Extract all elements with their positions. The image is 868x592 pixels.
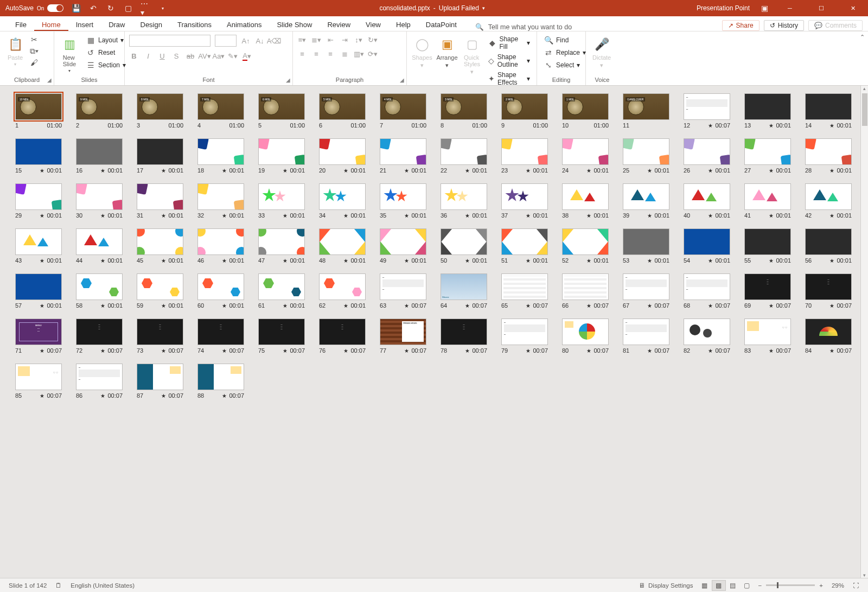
share-button[interactable]: ↗Share bbox=[722, 20, 760, 31]
tab-draw[interactable]: Draw bbox=[101, 18, 132, 31]
slide-thumbnail[interactable]: --------- bbox=[744, 273, 791, 300]
slide-cell[interactable]: 25★00:01 bbox=[623, 138, 669, 174]
slide-cell[interactable]: ▪▪▪▪▪▪67★00:07 bbox=[623, 273, 669, 309]
reading-view-button[interactable]: ▤ bbox=[726, 580, 740, 591]
slide-thumbnail[interactable] bbox=[805, 138, 852, 165]
slide-thumbnail[interactable]: ○ ○ bbox=[15, 364, 62, 390]
spacing-icon[interactable]: AV▾ bbox=[200, 51, 209, 61]
slide-thumbnail[interactable] bbox=[319, 183, 366, 210]
slide-cell[interactable]: 15★00:01 bbox=[15, 138, 62, 174]
slide-thumbnail[interactable]: 1 MIN bbox=[562, 93, 609, 120]
slide-thumbnail[interactable]: ○ ○ bbox=[744, 319, 791, 345]
grow-font-icon[interactable]: A↑ bbox=[241, 36, 251, 46]
slide-thumbnail[interactable] bbox=[319, 138, 366, 165]
tab-slide-show[interactable]: Slide Show bbox=[269, 18, 320, 31]
slide-cell[interactable]: 52★00:01 bbox=[562, 228, 609, 264]
slide-thumbnail[interactable] bbox=[137, 138, 183, 165]
tab-datapoint[interactable]: DataPoint bbox=[418, 18, 464, 31]
slide-thumbnail[interactable] bbox=[76, 138, 123, 165]
comments-button[interactable]: 💬Comments bbox=[808, 20, 863, 31]
redo-icon[interactable]: ↻ bbox=[106, 3, 116, 13]
slide-cell[interactable]: 60★00:01 bbox=[197, 273, 244, 309]
quick-styles-button[interactable]: ▢Quick Styles▾ bbox=[461, 35, 483, 77]
slide-cell[interactable]: 54★00:01 bbox=[684, 228, 730, 264]
slide-cell[interactable]: 14★00:01 bbox=[805, 93, 852, 129]
slide-thumbnail[interactable]: 4 MIN bbox=[380, 93, 426, 120]
case-icon[interactable]: Aa▾ bbox=[214, 51, 224, 61]
slide-cell[interactable]: 22★00:01 bbox=[441, 138, 487, 174]
slide-cell[interactable]: GAME OVER11 bbox=[623, 93, 669, 129]
slide-cell[interactable]: 13★00:01 bbox=[744, 93, 791, 129]
slide-thumbnail[interactable] bbox=[319, 228, 366, 255]
slide-thumbnail[interactable] bbox=[258, 273, 305, 300]
slide-cell[interactable]: ---------69★00:07 bbox=[744, 273, 791, 309]
slide-thumbnail[interactable]: 5 MIN bbox=[319, 93, 366, 120]
slide-thumbnail[interactable] bbox=[805, 183, 852, 210]
close-button[interactable]: ✕ bbox=[842, 0, 864, 16]
slide-thumbnail[interactable] bbox=[197, 228, 244, 255]
slide-thumbnail[interactable]: ▪▪▪▪▪▪ bbox=[380, 273, 426, 300]
slide-cell[interactable]: 48★00:01 bbox=[319, 228, 366, 264]
text-direction-icon[interactable]: ↻▾ bbox=[368, 35, 378, 44]
slide-thumbnail[interactable]: ▪▪▪▪▪▪ bbox=[501, 319, 548, 345]
slide-cell[interactable]: 3 MIN801:00 bbox=[441, 93, 487, 129]
slide-cell[interactable]: ---------73★00:07 bbox=[137, 319, 183, 354]
vertical-scrollbar[interactable]: ▴ ▾ bbox=[860, 86, 868, 578]
slide-cell[interactable]: 35★00:01 bbox=[380, 183, 426, 219]
slide-thumbnail[interactable] bbox=[441, 228, 487, 255]
slide-cell[interactable]: ▪▪▪▪▪▪79★00:07 bbox=[501, 319, 548, 354]
slide-cell[interactable]: 46★00:01 bbox=[197, 228, 244, 264]
zoom-slider[interactable] bbox=[766, 584, 815, 586]
slide-cell[interactable]: 62★00:01 bbox=[319, 273, 366, 309]
toggle-switch[interactable] bbox=[47, 4, 63, 12]
slide-cell[interactable]: 41★00:01 bbox=[744, 183, 791, 219]
slide-cell[interactable]: 50★00:01 bbox=[441, 228, 487, 264]
slide-cell[interactable]: 44★00:01 bbox=[76, 228, 123, 264]
tell-me-search[interactable]: 🔍 Tell me what you want to do bbox=[464, 23, 722, 31]
slide-cell[interactable]: 88★00:07 bbox=[197, 364, 244, 399]
slide-cell[interactable]: 47★00:01 bbox=[258, 228, 305, 264]
slide-thumbnail[interactable]: GAME OVER bbox=[623, 93, 669, 120]
tab-file[interactable]: File bbox=[8, 18, 34, 31]
slide-cell[interactable]: 4 MIN701:00 bbox=[380, 93, 426, 129]
slide-cell[interactable]: ▪▪▪▪▪▪81★00:07 bbox=[623, 319, 669, 354]
zoom-in-button[interactable]: + bbox=[815, 582, 827, 589]
slideshow-view-button[interactable]: ▢ bbox=[740, 580, 754, 591]
slide-cell[interactable]: 55★00:01 bbox=[744, 228, 791, 264]
font-family-select[interactable] bbox=[129, 35, 210, 47]
slide-sorter[interactable]: 10 MIN101:009 MIN201:008 MIN301:007 MIN4… bbox=[0, 86, 860, 578]
shape-effects-button[interactable]: ✦Shape Effects ▾ bbox=[486, 71, 532, 87]
slide-cell[interactable]: ▪▪▪▪▪▪68★00:07 bbox=[684, 273, 730, 309]
minimize-button[interactable]: ─ bbox=[779, 0, 801, 16]
slide-thumbnail[interactable]: ▪▪▪▪▪▪ bbox=[623, 273, 669, 300]
bullets-icon[interactable]: ≡▾ bbox=[297, 35, 307, 44]
slide-thumbnail[interactable] bbox=[562, 273, 609, 300]
columns-icon[interactable]: ▥▾ bbox=[354, 49, 363, 59]
layout-button[interactable]: ▦Layout ▾ bbox=[84, 35, 128, 46]
slide-thumbnail[interactable] bbox=[15, 273, 62, 300]
slide-cell[interactable]: ---------74★00:07 bbox=[197, 319, 244, 354]
notes-icon[interactable]: 🗒 bbox=[51, 582, 66, 589]
slide-cell[interactable]: OPENING HOURS77★00:07 bbox=[380, 319, 426, 354]
slide-thumbnail[interactable]: ▪▪▪▪▪▪ bbox=[684, 273, 730, 300]
slide-cell[interactable]: 65★00:07 bbox=[501, 273, 548, 309]
slide-thumbnail[interactable] bbox=[805, 93, 852, 120]
slide-cell[interactable]: 29★00:01 bbox=[15, 183, 62, 219]
indent-dec-icon[interactable]: ⇤ bbox=[326, 35, 335, 44]
slide-cell[interactable]: 9 MIN201:00 bbox=[76, 93, 123, 129]
ribbon-display-icon[interactable]: ▣ bbox=[760, 3, 769, 13]
slide-thumbnail[interactable] bbox=[258, 138, 305, 165]
slide-cell[interactable]: 51★00:01 bbox=[501, 228, 548, 264]
align-left-icon[interactable]: ≡ bbox=[297, 49, 307, 59]
slide-thumbnail[interactable] bbox=[137, 183, 183, 210]
slide-thumbnail[interactable] bbox=[684, 228, 730, 255]
slide-cell[interactable]: 37★00:01 bbox=[501, 183, 548, 219]
tab-design[interactable]: Design bbox=[133, 18, 170, 31]
slide-cell[interactable]: 30★00:01 bbox=[76, 183, 123, 219]
slide-cell[interactable]: 19★00:01 bbox=[258, 138, 305, 174]
slide-thumbnail[interactable] bbox=[258, 183, 305, 210]
slide-cell[interactable]: 18★00:01 bbox=[197, 138, 244, 174]
slide-thumbnail[interactable] bbox=[137, 228, 183, 255]
underline-icon[interactable]: U bbox=[157, 51, 167, 61]
tab-home[interactable]: Home bbox=[34, 18, 68, 31]
